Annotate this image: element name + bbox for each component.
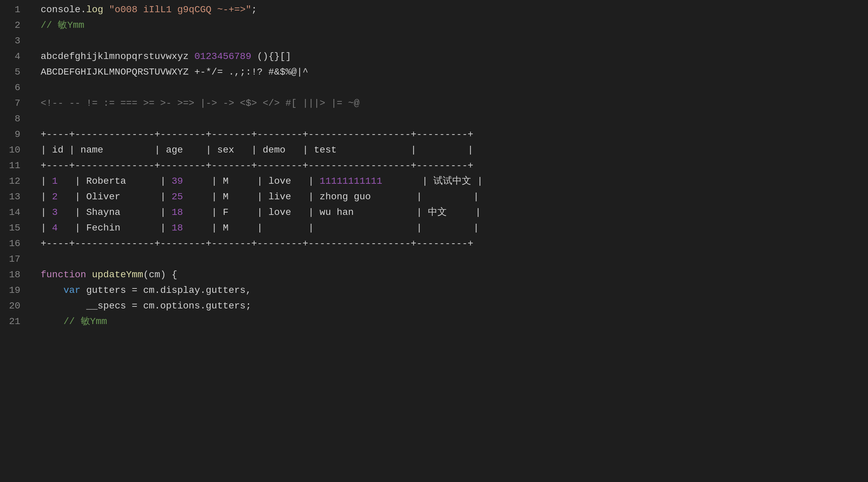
code-line-9: +----+--------------+--------+-------+--… xyxy=(41,127,868,142)
token: updateYmm xyxy=(92,267,143,283)
token: +----+--------------+--------+-------+--… xyxy=(41,158,473,174)
token: | M | | | | xyxy=(183,221,479,236)
token: | xyxy=(41,189,52,205)
token: abcdefghijklmnopqrstuvwxyz xyxy=(41,49,194,64)
line-numbers: 1 2 3 4 5 6 7 8 9 10 11 12 13 14 15 16 1… xyxy=(0,0,27,482)
code-line-5: ABCDEFGHIJKLMNOPQRSTUVWXYZ +-*/= .,;:!? … xyxy=(41,64,868,80)
token: 25 xyxy=(171,189,183,205)
token: +----+--------------+--------+-------+--… xyxy=(41,236,473,252)
code-line-15: | 4 | Fechin | 18 | M | | | | xyxy=(41,220,868,236)
token: 2 xyxy=(52,189,58,205)
code-line-19: var gutters = cm.display.gutters, xyxy=(41,283,868,298)
ln-16: 16 xyxy=(0,236,20,252)
ln-14: 14 xyxy=(0,205,20,220)
token xyxy=(86,267,92,283)
ln-9: 9 xyxy=(0,127,20,142)
token: 18 xyxy=(171,221,183,236)
token: console xyxy=(41,2,81,18)
token: | id | name | age | sex | demo | test | … xyxy=(41,143,473,158)
code-line-10: | id | name | age | sex | demo | test | … xyxy=(41,142,868,158)
token: gutters = cm.display.gutters, xyxy=(81,283,251,298)
ln-13: 13 xyxy=(0,189,20,205)
code-line-18: function updateYmm(cm) { xyxy=(41,267,868,283)
ln-19: 19 xyxy=(0,283,20,298)
token xyxy=(41,283,63,298)
token: 1 xyxy=(52,174,58,189)
token: | Roberta | xyxy=(58,174,171,189)
token: var xyxy=(63,283,80,298)
token: 11111111111 xyxy=(319,174,382,189)
ln-15: 15 xyxy=(0,220,20,236)
token: 4 xyxy=(52,221,58,236)
token: . xyxy=(81,2,86,18)
editor-container: 1 2 3 4 5 6 7 8 9 10 11 12 13 14 15 16 1… xyxy=(0,0,868,482)
token: <!-- -- != := === >= >- >=> |-> -> <$> <… xyxy=(41,96,359,111)
code-line-14: | 3 | Shayna | 18 | F | love | wu han | … xyxy=(41,205,868,220)
code-line-3 xyxy=(41,33,868,49)
token: "o008 iIlL1 g9qCGQ ~-+=>" xyxy=(109,2,251,18)
ln-1: 1 xyxy=(0,2,20,18)
ln-12: 12 xyxy=(0,174,20,189)
token: | M | love | xyxy=(183,174,319,189)
ln-20: 20 xyxy=(0,298,20,314)
ln-8: 8 xyxy=(0,111,20,127)
code-line-7: <!-- -- != := === >= >- >=> |-> -> <$> <… xyxy=(41,96,868,111)
ln-4: 4 xyxy=(0,49,20,64)
token: __specs = cm.options.gutters; xyxy=(41,299,251,314)
code-line-20: __specs = cm.options.gutters; xyxy=(41,298,868,314)
token: | xyxy=(41,221,52,236)
token: log xyxy=(86,2,103,18)
ln-11: 11 xyxy=(0,158,20,174)
code-line-12: | 1 | Roberta | 39 | M | love | 11111111… xyxy=(41,174,868,189)
code-line-6 xyxy=(41,80,868,96)
token: | xyxy=(41,205,52,220)
code-line-4: abcdefghijklmnopqrstuvwxyz 0123456789 ()… xyxy=(41,49,868,64)
token: ABCDEFGHIJKLMNOPQRSTUVWXYZ +-*/= .,;:!? … xyxy=(41,65,308,80)
token: | xyxy=(41,174,52,189)
token: 18 xyxy=(171,205,183,220)
ln-6: 6 xyxy=(0,80,20,96)
token xyxy=(103,2,109,18)
ln-2: 2 xyxy=(0,18,20,33)
token: // 敏Ymm xyxy=(41,18,84,33)
ln-21: 21 xyxy=(0,314,20,329)
ln-3: 3 xyxy=(0,33,20,49)
code-line-11: +----+--------------+--------+-------+--… xyxy=(41,158,868,174)
code-line-17 xyxy=(41,252,868,267)
token: | F | love | wu han | 中文 | xyxy=(183,205,481,220)
code-line-13: | 2 | Oliver | 25 | M | live | zhong guo… xyxy=(41,189,868,205)
token: function xyxy=(41,267,86,283)
code-line-21: // 敏Ymm xyxy=(41,314,868,329)
token: | Oliver | xyxy=(58,189,171,205)
token: | Fechin | xyxy=(58,221,171,236)
ln-7: 7 xyxy=(0,96,20,111)
token: // 敏Ymm xyxy=(41,314,107,329)
token: | Shayna | xyxy=(58,205,171,220)
code-line-8 xyxy=(41,111,868,127)
code-line-2: // 敏Ymm xyxy=(41,18,868,33)
token: (){}[] xyxy=(251,49,291,64)
code-line-16: +----+--------------+--------+-------+--… xyxy=(41,236,868,252)
ln-5: 5 xyxy=(0,64,20,80)
code-line-1: console.log "o008 iIlL1 g9qCGQ ~-+=>"; xyxy=(41,2,868,18)
token: ; xyxy=(251,2,257,18)
token: 3 xyxy=(52,205,58,220)
token: (cm) { xyxy=(143,267,177,283)
token: | M | live | zhong guo | | xyxy=(183,189,479,205)
ln-10: 10 xyxy=(0,142,20,158)
token: 0123456789 xyxy=(194,49,251,64)
token: +----+--------------+--------+-------+--… xyxy=(41,127,473,142)
ln-18: 18 xyxy=(0,267,20,283)
token: | 试试中文 | xyxy=(382,174,483,189)
token: 39 xyxy=(171,174,183,189)
ln-17: 17 xyxy=(0,252,20,267)
code-area: console.log "o008 iIlL1 g9qCGQ ~-+=>"; /… xyxy=(27,0,868,482)
